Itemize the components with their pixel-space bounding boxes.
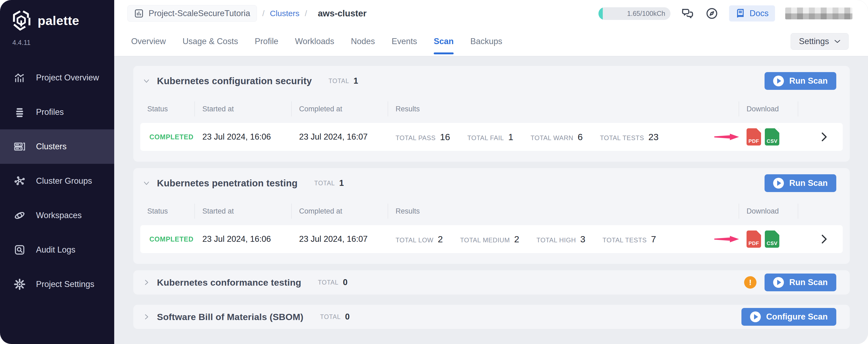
configure-scan-button[interactable]: Configure Scan [741,308,836,326]
section-penetration-testing: Kubernetes penetration testing TOTAL 1 R… [133,168,850,264]
palette-logo: palette [0,0,114,31]
settings-label: Settings [799,36,829,46]
column-status: Status [140,102,195,116]
section-header: Kubernetes penetration testing TOTAL 1 R… [133,168,850,198]
result-value: 6 [578,132,583,142]
redacted-username[interactable] [785,7,852,19]
docs-label: Docs [749,9,769,18]
total-value: 1 [339,178,344,188]
layers-icon [13,106,26,118]
scan-result-row[interactable]: COMPLETED 23 Jul 2024, 16:06 23 Jul 2024… [140,225,843,253]
result-label: TOTAL LOW [396,236,433,244]
result-label: TOTAL TESTS [600,134,644,142]
palette-logo-icon [11,10,31,31]
run-scan-button[interactable]: Run Scan [765,72,836,90]
breadcrumb-clusters-link[interactable]: Clusters [270,9,299,18]
run-scan-button[interactable]: Run Scan [765,274,836,291]
chevron-right-icon [821,234,827,244]
section-title: Kubernetes penetration testing [157,178,298,189]
sidebar-item-label: Audit Logs [36,245,75,255]
breadcrumb-row: Project-ScaleSecureTutoria / Clusters / … [114,0,868,27]
tab-events[interactable]: Events [392,27,417,56]
project-icon [134,9,144,18]
total-value: 0 [345,312,350,322]
result-value: 2 [514,234,519,245]
breadcrumb-project-chip[interactable]: Project-ScaleSecureTutoria [127,5,257,22]
sidebar-item-profiles[interactable]: Profiles [0,95,114,130]
sidebar-item-workspaces[interactable]: Workspaces [0,198,114,233]
tab-nodes[interactable]: Nodes [351,27,375,56]
usage-meter[interactable]: 1.65/100kCh [598,7,671,20]
breadcrumb-project-name: Project-ScaleSecureTutoria [149,9,250,18]
tab-usage-costs[interactable]: Usage & Costs [183,27,238,56]
result-label: TOTAL FAIL [467,134,504,142]
download-cell: PDF CSV [739,128,798,145]
scan-result-row[interactable]: COMPLETED 23 Jul 2024, 16:06 23 Jul 2024… [140,123,843,151]
run-scan-button[interactable]: Run Scan [765,174,836,192]
chat-icon[interactable] [681,6,695,21]
sidebar-item-label: Cluster Groups [36,176,92,186]
book-icon [736,9,745,18]
help-compass-icon[interactable] [705,6,719,21]
total-label: TOTAL [318,279,339,286]
started-at-value: 23 Jul 2024, 16:06 [203,132,271,142]
breadcrumb-separator: / [262,9,265,18]
tab-scan[interactable]: Scan [434,27,454,56]
download-pdf-icon[interactable]: PDF [747,128,761,145]
app-version: 4.4.11 [0,31,114,47]
sidebar-item-label: Project Settings [36,280,94,289]
play-icon [773,76,784,86]
sidebar-item-label: Clusters [36,142,67,151]
result-value: 3 [580,234,585,245]
topbar-actions: 1.65/100kCh Docs [598,5,852,22]
configure-scan-label: Configure Scan [766,312,828,322]
tab-workloads[interactable]: Workloads [295,27,334,56]
completed-at-value: 23 Jul 2024, 16:07 [299,234,368,244]
result-value: 16 [440,132,450,142]
results-summary: TOTAL PASS16 TOTAL FAIL1 TOTAL WARN6 TOT… [388,132,739,142]
download-csv-icon[interactable]: CSV [765,128,779,145]
section-sbom: Software Bill of Materials (SBOM) TOTAL … [133,305,850,329]
chevron-right-icon[interactable] [143,313,150,320]
settings-button[interactable]: Settings [790,33,849,50]
download-csv-icon[interactable]: CSV [765,230,779,248]
column-download: Download [739,102,798,116]
chevron-right-icon[interactable] [143,279,150,286]
breadcrumb-cluster-name: aws-cluster [318,8,367,19]
docs-button[interactable]: Docs [729,5,775,22]
row-expand-chevron[interactable] [798,132,843,142]
tab-backups[interactable]: Backups [470,27,502,56]
result-label: TOTAL HIGH [536,236,576,244]
sidebar-item-audit-logs[interactable]: Audit Logs [0,233,114,267]
sidebar-item-clusters[interactable]: Clusters [0,130,114,164]
total-value: 1 [353,76,358,86]
tab-profile[interactable]: Profile [255,27,278,56]
row-expand-chevron[interactable] [798,234,843,244]
tab-overview[interactable]: Overview [131,27,166,56]
chevron-down-icon [834,39,840,43]
result-label: TOTAL MEDIUM [460,236,510,244]
started-at-value: 23 Jul 2024, 16:06 [203,234,271,244]
result-value: 1 [508,132,513,142]
result-label: TOTAL PASS [396,134,436,142]
orbit-icon [13,209,26,222]
download-pdf-icon[interactable]: PDF [747,230,761,248]
column-status: Status [140,204,195,219]
sidebar-item-cluster-groups[interactable]: Cluster Groups [0,164,114,198]
warning-icon[interactable]: ! [744,276,756,289]
total-value: 0 [343,278,347,287]
tabs-row: Overview Usage & Costs Profile Workloads… [114,27,868,56]
completed-at-value: 23 Jul 2024, 16:07 [299,132,368,142]
column-download: Download [739,204,798,219]
chevron-down-icon[interactable] [143,78,150,84]
total-label: TOTAL [329,78,349,85]
analytics-icon [13,71,26,84]
sidebar-item-project-overview[interactable]: Project Overview [0,60,114,95]
column-results: Results [388,204,739,219]
play-icon [773,178,784,189]
chevron-down-icon[interactable] [143,180,150,187]
sidebar-item-project-settings[interactable]: Project Settings [0,267,114,302]
section-configuration-security: Kubernetes configuration security TOTAL … [133,66,850,162]
column-started-at: Started at [195,204,291,219]
sidebar-nav: Project Overview Profiles Clusters Clust… [0,60,114,302]
